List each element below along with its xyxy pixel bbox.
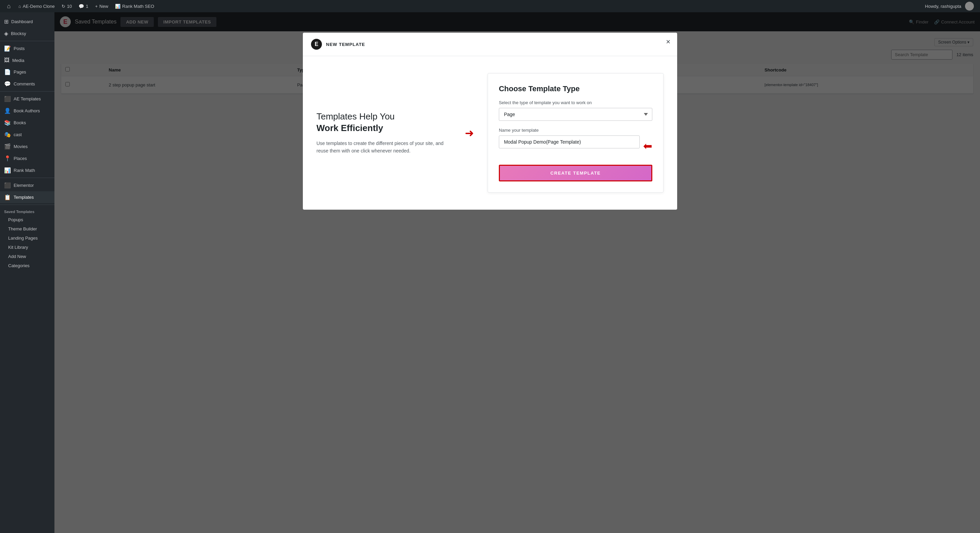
select-type-label: Select the type of template you want to … xyxy=(499,100,652,105)
sidebar-sub-categories[interactable]: Categories xyxy=(0,261,54,270)
admin-bar-right: Howdy, rashigupta xyxy=(921,0,977,12)
places-icon: 📍 xyxy=(4,155,11,162)
pages-icon: 📄 xyxy=(4,69,11,75)
modal-left-heading: Templates Help You Work Efficiently xyxy=(317,111,444,134)
sidebar-item-ae-templates[interactable]: ⬛ AE Templates xyxy=(0,93,54,105)
templates-icon: 📋 xyxy=(4,194,11,200)
new-content[interactable]: + New xyxy=(92,0,112,12)
sidebar-item-book-authors[interactable]: 👤 Book Authors xyxy=(0,105,54,117)
sidebar: ⊞ Dashboard ◈ Blocksy 📝 Posts 🖼 Media 📄 … xyxy=(0,12,54,533)
sidebar-item-elementor[interactable]: ⬛ Elementor xyxy=(0,179,54,191)
sidebar-sub-add-new[interactable]: Add New xyxy=(0,252,54,261)
comments-icon: 💬 xyxy=(4,81,11,87)
template-type-select[interactable]: PageSectionWidgetPopupHeaderFooterSingle… xyxy=(499,108,652,121)
books-icon: 📚 xyxy=(4,119,11,126)
sidebar-item-posts[interactable]: 📝 Posts xyxy=(0,43,54,54)
admin-bar: ⌂ ⌂ AE-Demo Clone ↻ 10 💬 1 + New 📊 Rank … xyxy=(0,0,980,12)
modal-body: Templates Help You Work Efficiently Use … xyxy=(303,56,677,210)
book-authors-icon: 👤 xyxy=(4,108,11,114)
site-name[interactable]: ⌂ AE-Demo Clone xyxy=(15,0,58,12)
ae-templates-icon: ⬛ xyxy=(4,95,11,102)
sidebar-item-movies[interactable]: 🎬 Movies xyxy=(0,140,54,153)
cast-icon: 🎭 xyxy=(4,131,11,138)
modal-logo: E xyxy=(311,39,322,50)
sidebar-item-templates[interactable]: 📋 Templates xyxy=(0,191,54,203)
template-name-label: Name your template xyxy=(499,127,652,133)
saved-templates-section: Saved Templates xyxy=(0,206,54,215)
sidebar-item-dashboard[interactable]: ⊞ Dashboard xyxy=(0,16,54,27)
sidebar-item-books[interactable]: 📚 Books xyxy=(0,117,54,129)
sidebar-item-cast[interactable]: 🎭 cast xyxy=(0,129,54,140)
movies-icon: 🎬 xyxy=(4,143,11,150)
posts-icon: 📝 xyxy=(4,45,11,52)
dashboard-icon: ⊞ xyxy=(4,18,8,25)
sidebar-item-media[interactable]: 🖼 Media xyxy=(0,54,54,66)
sidebar-item-places[interactable]: 📍 Places xyxy=(0,153,54,164)
sidebar-sub-kit-library[interactable]: Kit Library xyxy=(0,243,54,252)
sidebar-sub-popups[interactable]: Popups xyxy=(0,215,54,224)
user-greeting[interactable]: Howdy, rashigupta xyxy=(921,0,977,12)
modal-right-panel: Choose Template Type Select the type of … xyxy=(488,73,663,193)
modal-title: NEW TEMPLATE xyxy=(326,42,365,47)
updates-count[interactable]: ↻ 10 xyxy=(58,0,75,12)
template-name-row: ⬅ xyxy=(499,135,652,157)
media-icon: 🖼 xyxy=(4,57,10,63)
avatar xyxy=(965,2,974,11)
layout: ⊞ Dashboard ◈ Blocksy 📝 Posts 🖼 Media 📄 … xyxy=(0,12,980,533)
modal-header: E NEW TEMPLATE × xyxy=(303,33,677,56)
arrow-left-icon: ⬅ xyxy=(643,140,652,153)
wp-logo[interactable]: ⌂ xyxy=(3,0,15,12)
modal-right-title: Choose Template Type xyxy=(499,84,652,93)
arrow-right-icon: ➜ xyxy=(465,127,474,140)
elementor-icon: ⬛ xyxy=(4,182,11,189)
rank-math-seo[interactable]: 📊 Rank Math SEO xyxy=(111,0,158,12)
new-template-modal: E NEW TEMPLATE × Templates Help You Work… xyxy=(303,33,677,210)
sidebar-item-blocksy[interactable]: ◈ Blocksy xyxy=(0,27,54,40)
sidebar-sub-theme-builder[interactable]: Theme Builder xyxy=(0,224,54,234)
sidebar-item-pages[interactable]: 📄 Pages xyxy=(0,66,54,78)
template-name-input[interactable] xyxy=(499,135,640,148)
rank-math-icon: 📊 xyxy=(4,167,11,173)
blocksy-icon: ◈ xyxy=(4,30,8,37)
modal-overlay: E NEW TEMPLATE × Templates Help You Work… xyxy=(54,12,980,533)
modal-close-button[interactable]: × xyxy=(666,38,670,46)
main-content: E Saved Templates ADD NEW IMPORT TEMPLAT… xyxy=(54,12,980,533)
sidebar-item-comments[interactable]: 💬 Comments xyxy=(0,78,54,90)
create-template-button[interactable]: CREATE TEMPLATE xyxy=(499,165,652,181)
comments-count[interactable]: 💬 1 xyxy=(75,0,92,12)
modal-left-panel: Templates Help You Work Efficiently Use … xyxy=(317,111,451,154)
modal-left-description: Use templates to create the different pi… xyxy=(317,140,444,155)
sidebar-item-rank-math[interactable]: 📊 Rank Math xyxy=(0,164,54,176)
sidebar-sub-landing-pages[interactable]: Landing Pages xyxy=(0,234,54,243)
